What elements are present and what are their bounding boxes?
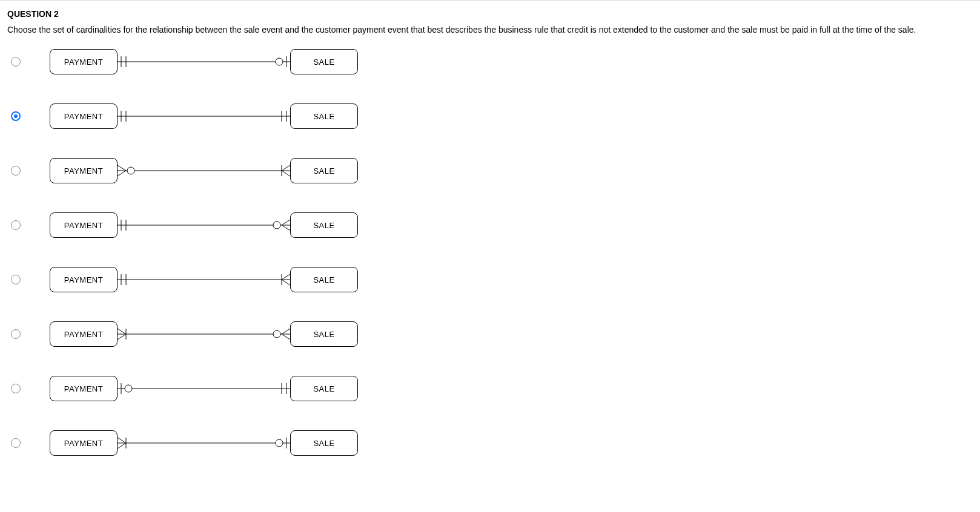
svg-line-29: [282, 225, 290, 231]
svg-line-59: [118, 443, 126, 448]
erd-diagram: PAYMENTSALE: [50, 212, 358, 238]
option-radio[interactable]: [11, 166, 21, 176]
entity-sale: SALE: [290, 212, 358, 238]
svg-line-17: [118, 165, 126, 171]
entity-payment: PAYMENT: [50, 321, 118, 347]
svg-point-30: [273, 222, 280, 229]
erd-diagram: PAYMENTSALE: [50, 49, 358, 74]
entity-sale: SALE: [290, 376, 358, 401]
svg-line-36: [282, 274, 290, 280]
relationship-line: [118, 376, 290, 401]
option-radio[interactable]: [11, 275, 21, 284]
svg-point-62: [276, 439, 283, 447]
entity-payment: PAYMENT: [50, 158, 118, 183]
option-row: PAYMENTSALE: [11, 430, 980, 456]
option-radio[interactable]: [11, 438, 21, 448]
svg-line-43: [118, 334, 126, 340]
relationship-line: [118, 267, 290, 292]
erd-diagram: PAYMENTSALE: [50, 430, 358, 456]
option-row: PAYMENTSALE: [11, 267, 980, 292]
entity-payment: PAYMENT: [50, 212, 118, 238]
erd-diagram: PAYMENTSALE: [50, 103, 358, 129]
erd-diagram: PAYMENTSALE: [50, 376, 358, 401]
svg-line-58: [118, 438, 126, 443]
entity-sale: SALE: [290, 103, 358, 129]
option-radio[interactable]: [11, 329, 21, 339]
option-row: PAYMENTSALE: [11, 49, 980, 74]
svg-point-6: [276, 58, 283, 65]
entity-sale: SALE: [290, 321, 358, 347]
svg-point-47: [273, 330, 280, 338]
option-row: PAYMENTSALE: [11, 212, 980, 238]
option-row: PAYMENTSALE: [11, 376, 980, 401]
svg-line-37: [282, 280, 290, 285]
options-list: PAYMENTSALEPAYMENTSALEPAYMENTSALEPAYMENT…: [0, 49, 980, 456]
relationship-line: [118, 212, 290, 238]
relationship-line: [118, 103, 290, 129]
svg-line-45: [282, 329, 290, 334]
option-row: PAYMENTSALE: [11, 103, 980, 129]
svg-line-20: [282, 165, 290, 171]
entity-payment: PAYMENT: [50, 267, 118, 292]
svg-line-46: [282, 334, 290, 340]
entity-sale: SALE: [290, 158, 358, 183]
option-radio[interactable]: [11, 384, 21, 393]
option-radio[interactable]: [11, 220, 21, 230]
erd-diagram: PAYMENTSALE: [50, 158, 358, 183]
option-radio[interactable]: [11, 111, 21, 121]
entity-payment: PAYMENT: [50, 376, 118, 401]
entity-payment: PAYMENT: [50, 430, 118, 456]
entity-payment: PAYMENT: [50, 103, 118, 129]
svg-line-42: [118, 329, 126, 334]
relationship-line: [118, 321, 290, 347]
erd-diagram: PAYMENTSALE: [50, 321, 358, 347]
erd-diagram: PAYMENTSALE: [50, 267, 358, 292]
question-text: Choose the set of cardinalities for the …: [0, 25, 980, 49]
svg-point-52: [125, 385, 132, 392]
option-row: PAYMENTSALE: [11, 158, 980, 183]
svg-line-28: [282, 220, 290, 225]
relationship-line: [118, 430, 290, 456]
entity-sale: SALE: [290, 430, 358, 456]
svg-line-18: [118, 171, 126, 176]
svg-point-19: [127, 167, 134, 174]
option-row: PAYMENTSALE: [11, 321, 980, 347]
option-radio[interactable]: [11, 57, 21, 67]
entity-sale: SALE: [290, 49, 358, 74]
relationship-line: [118, 158, 290, 183]
entity-payment: PAYMENT: [50, 49, 118, 74]
relationship-line: [118, 49, 290, 74]
svg-line-21: [282, 171, 290, 176]
entity-sale: SALE: [290, 267, 358, 292]
question-number: QUESTION 2: [0, 7, 980, 25]
